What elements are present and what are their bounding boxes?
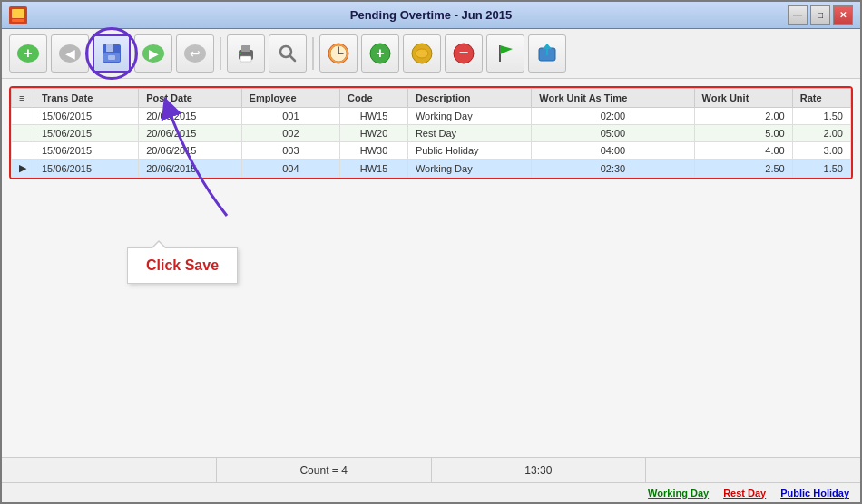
overtime-table: ≡ Trans Date Post Date Employee Code Des… — [11, 88, 851, 178]
svg-text:+: + — [24, 45, 32, 61]
status-time: 13:30 — [432, 458, 647, 482]
clock-button[interactable] — [319, 34, 358, 73]
status-empty-2 — [646, 458, 860, 482]
col-work-unit-time[interactable]: Work Unit As Time — [532, 89, 694, 108]
main-content: ≡ Trans Date Post Date Employee Code Des… — [2, 79, 860, 457]
undo-button[interactable]: ↩ — [176, 34, 214, 73]
window-controls: — □ ✕ — [788, 5, 853, 25]
back-button[interactable]: ◀ — [51, 34, 89, 73]
col-code[interactable]: Code — [340, 89, 408, 108]
legend-bar: Working Day Rest Day Public Holiday — [2, 482, 860, 502]
svg-rect-17 — [240, 56, 251, 62]
status-empty-1 — [2, 458, 217, 482]
minimize-button[interactable]: — — [788, 5, 808, 25]
col-employee[interactable]: Employee — [241, 89, 339, 108]
click-save-label: Click Save — [146, 257, 219, 273]
col-trans-date[interactable]: Trans Date — [34, 89, 139, 108]
svg-text:◀: ◀ — [65, 46, 75, 61]
svg-marker-32 — [500, 45, 513, 54]
svg-point-28 — [416, 49, 428, 58]
close-button[interactable]: ✕ — [833, 5, 853, 25]
col-indicator: ≡ — [12, 89, 34, 108]
col-post-date[interactable]: Post Date — [139, 89, 241, 108]
col-work-unit[interactable]: Work Unit — [694, 89, 792, 108]
annotation-area: Click Save — [9, 179, 853, 450]
table-row[interactable]: ▶15/06/201520/06/2015004HW15Working Day0… — [12, 160, 851, 178]
svg-rect-8 — [106, 44, 113, 52]
svg-text:↩: ↩ — [190, 46, 201, 61]
export-button[interactable] — [528, 34, 566, 73]
add-button[interactable]: + — [9, 34, 47, 73]
save-button-wrapper — [93, 34, 131, 73]
window-title: Pending Overtime - Jun 2015 — [350, 8, 512, 22]
print-button[interactable] — [227, 34, 265, 73]
svg-text:▶: ▶ — [149, 46, 159, 61]
forward-button[interactable]: ▶ — [134, 34, 172, 73]
status-bar: Count = 4 13:30 — [2, 457, 860, 482]
toolbar: + ◀ ▶ — [2, 29, 860, 79]
table-header-row: ≡ Trans Date Post Date Employee Code Des… — [12, 89, 851, 108]
coin-button[interactable] — [403, 34, 441, 73]
svg-rect-2 — [12, 19, 24, 22]
data-table-container: ≡ Trans Date Post Date Employee Code Des… — [9, 86, 853, 179]
main-window: Pending Overtime - Jun 2015 — □ ✕ + ◀ — [0, 0, 862, 504]
col-rate[interactable]: Rate — [792, 89, 850, 108]
svg-rect-10 — [108, 55, 115, 60]
svg-rect-16 — [241, 45, 250, 52]
legend-public-holiday[interactable]: Public Holiday — [780, 488, 849, 499]
table-row[interactable]: 15/06/201520/06/2015001HW15Working Day02… — [12, 108, 851, 125]
legend-working-day[interactable]: Working Day — [648, 488, 709, 499]
col-description[interactable]: Description — [407, 89, 531, 108]
svg-text:−: − — [459, 44, 469, 62]
toolbar-sep-1 — [220, 37, 221, 70]
table-row[interactable]: 15/06/201520/06/2015002HW20Rest Day05:00… — [12, 125, 851, 142]
flag-button[interactable] — [486, 34, 524, 73]
svg-text:+: + — [376, 45, 384, 61]
app-icon — [9, 6, 27, 24]
save-button[interactable] — [93, 34, 131, 73]
table-row[interactable]: 15/06/201520/06/2015003HW30Public Holida… — [12, 142, 851, 160]
title-bar-left — [9, 6, 27, 24]
title-bar: Pending Overtime - Jun 2015 — □ ✕ — [2, 2, 860, 29]
maximize-button[interactable]: □ — [810, 5, 830, 25]
remove-button[interactable]: − — [445, 34, 483, 73]
add2-button[interactable]: + — [361, 34, 399, 73]
status-count: Count = 4 — [217, 458, 432, 482]
click-save-callout: Click Save — [127, 247, 238, 284]
callout-arrow-fill — [152, 242, 166, 249]
svg-rect-1 — [12, 9, 24, 18]
find-button[interactable] — [269, 34, 307, 73]
svg-line-20 — [290, 56, 296, 62]
legend-rest-day[interactable]: Rest Day — [723, 488, 766, 499]
table-body: 15/06/201520/06/2015001HW15Working Day02… — [12, 108, 851, 178]
svg-rect-18 — [239, 53, 241, 54]
toolbar-sep-2 — [312, 37, 314, 70]
